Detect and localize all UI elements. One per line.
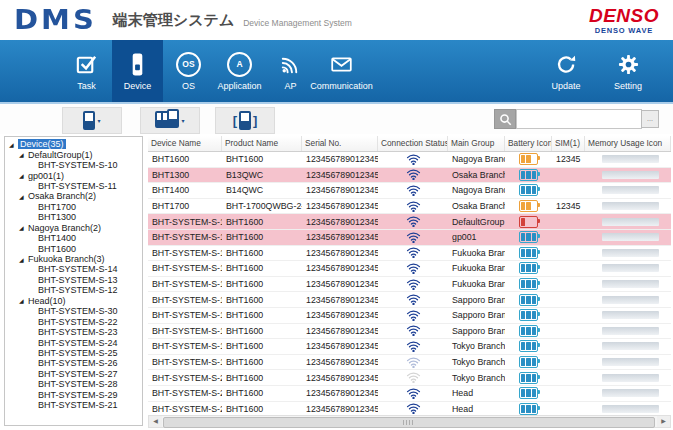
table-header-row: Device NameProduct NameSerial No.Connect… — [148, 136, 671, 152]
table-row[interactable]: BHT1600BHT1600123456789012345Nagoya Bran… — [148, 152, 671, 168]
table-row[interactable]: BHT-SYSTEM-S-13BHT1600123456789012345Fuk… — [148, 261, 671, 277]
tree-item-bht-system-s-24[interactable]: BHT-SYSTEM-S-24 — [5, 337, 142, 347]
tree-expander-icon[interactable]: ◢ — [19, 151, 28, 158]
tree-expander-icon[interactable]: ◢ — [19, 224, 28, 231]
tree-item-bht-system-s-30[interactable]: BHT-SYSTEM-S-30 — [5, 306, 142, 316]
scroll-left-arrow-icon[interactable]: ◀ — [149, 416, 162, 427]
table-row[interactable]: BHT-SYSTEM-S-15BHT1600123456789012345Sap… — [148, 292, 671, 308]
battery-icon — [519, 216, 538, 228]
search-button[interactable] — [494, 109, 516, 129]
tree-item-bht1600[interactable]: BHT1600 — [5, 243, 142, 253]
tree-expander-icon[interactable]: ◢ — [9, 141, 18, 148]
table-row[interactable]: BHT-SYSTEM-S-10BHT1600123456789012345Def… — [148, 214, 671, 230]
tree-item-bht-system-s-28[interactable]: BHT-SYSTEM-S-28 — [5, 379, 142, 389]
tree-item-bht-system-s-11[interactable]: BHT-SYSTEM-S-11 — [5, 181, 142, 191]
table-body: BHT1600BHT1600123456789012345Nagoya Bran… — [148, 152, 671, 415]
column-header-memory[interactable]: Memory Usage Icon — [585, 136, 671, 151]
tree-item-bht-system-s-14[interactable]: BHT-SYSTEM-S-14 — [5, 264, 142, 274]
tree-item-bht-system-s-27[interactable]: BHT-SYSTEM-S-27 — [5, 369, 142, 379]
column-header-battery[interactable]: Battery Icon — [505, 136, 552, 151]
nav-item-update[interactable]: Update — [535, 40, 597, 102]
table-row[interactable]: BHT1300B13QWC123456789012345Osaka Branch — [148, 168, 671, 184]
cell-product: B13QWC — [222, 170, 302, 180]
tree-item-bht-system-s-25[interactable]: BHT-SYSTEM-S-25 — [5, 348, 142, 358]
table-row[interactable]: BHT-SYSTEM-S-20BHT1600123456789012345Tok… — [148, 370, 671, 386]
bracket-right: ] — [253, 114, 257, 127]
tree-item-label: BHT-SYSTEM-S-14 — [38, 264, 118, 274]
tree-item-bht-system-s-21[interactable]: BHT-SYSTEM-S-21 — [5, 400, 142, 410]
tree-item-bht1400[interactable]: BHT1400 — [5, 233, 142, 243]
tree-item-bht-system-s-29[interactable]: BHT-SYSTEM-S-29 — [5, 390, 142, 400]
tree-item-gp001-1-[interactable]: ◢gp001(1) — [5, 170, 142, 180]
tree-item-bht-system-s-23[interactable]: BHT-SYSTEM-S-23 — [5, 327, 142, 337]
memory-usage-bar — [602, 218, 659, 226]
tree-expander-icon[interactable]: ◢ — [19, 172, 28, 179]
cell-battery — [505, 403, 552, 415]
handheld-device-icon — [125, 51, 150, 77]
tree-item-label: BHT-SYSTEM-S-28 — [38, 379, 118, 389]
wifi-connection-icon — [406, 340, 421, 353]
table-row[interactable]: BHT-SYSTEM-S-14BHT1600123456789012345Fuk… — [148, 277, 671, 293]
tree-item-nagoya-branch-2-[interactable]: ◢Nagoya Branch(2) — [5, 223, 142, 233]
nav-item-os[interactable]: OSOS — [163, 40, 214, 102]
column-header-sim[interactable]: SIM(1) — [552, 136, 585, 151]
column-header-device[interactable]: Device Name — [148, 136, 222, 151]
denso-wave-wordmark: DENSO WAVE — [589, 27, 659, 35]
tree-item-defaultgroup-1-[interactable]: ◢DefaultGroup(1) — [5, 149, 142, 159]
device-bracket-button[interactable]: [] — [215, 107, 275, 134]
tree-item-osaka-branch-2-[interactable]: ◢Osaka Branch(2) — [5, 191, 142, 201]
device-menu-button[interactable]: ▾ — [62, 107, 122, 134]
table-row[interactable]: BHT-SYSTEM-S-17BHT1600123456789012345Sap… — [148, 324, 671, 340]
tree-item-device-35-[interactable]: ◢Device(35) — [5, 139, 142, 149]
scroll-right-arrow-icon[interactable]: ▶ — [657, 416, 670, 427]
nav-item-device[interactable]: Device — [112, 40, 163, 102]
tree-expander-icon[interactable]: ◢ — [19, 193, 28, 200]
navbar-right-group: UpdateSetting — [535, 40, 659, 102]
bracket-left: [ — [233, 114, 237, 127]
nav-item-application[interactable]: AApplication — [214, 40, 265, 102]
cell-battery — [505, 247, 552, 259]
column-header-product[interactable]: Product Name — [222, 136, 302, 151]
cell-group: Osaka Branch — [448, 201, 505, 211]
nav-item-communication[interactable]: Communication — [316, 40, 367, 102]
tree-item-bht-system-s-13[interactable]: BHT-SYSTEM-S-13 — [5, 275, 142, 285]
tree-item-label: BHT-SYSTEM-S-30 — [38, 306, 118, 316]
table-row[interactable]: BHT-SYSTEM-S-16BHT1600123456789012345Sap… — [148, 308, 671, 324]
table-row[interactable]: BHT-SYSTEM-S-11BHT1600123456789012345gp0… — [148, 230, 671, 246]
scrollbar-thumb[interactable] — [163, 417, 655, 428]
nav-item-ap[interactable]: AP — [265, 40, 316, 102]
tree-item-bht1700[interactable]: BHT1700 — [5, 202, 142, 212]
cell-memory — [585, 280, 671, 288]
horizontal-scrollbar[interactable]: ◀ ▶ — [148, 415, 671, 428]
table-row[interactable]: BHT-SYSTEM-S-12BHT1600123456789012345Fuk… — [148, 246, 671, 262]
tree-item-bht-system-s-26[interactable]: BHT-SYSTEM-S-26 — [5, 358, 142, 368]
battery-icon — [519, 356, 538, 368]
nav-item-task[interactable]: Task — [61, 40, 112, 102]
table-row[interactable]: BHT-SYSTEM-S-18BHT1600123456789012345Tok… — [148, 339, 671, 355]
battery-icon — [519, 247, 538, 259]
tree-expander-icon[interactable]: ◢ — [19, 297, 28, 304]
column-header-group[interactable]: Main Group — [448, 136, 505, 151]
column-header-serial[interactable]: Serial No. — [302, 136, 378, 151]
table-row[interactable]: BHT1400B14QWC123456789012345Nagoya Branc… — [148, 183, 671, 199]
more-options-button[interactable]: ... — [641, 110, 659, 128]
tree-item-bht-system-s-12[interactable]: BHT-SYSTEM-S-12 — [5, 285, 142, 295]
tree-item-head-10-[interactable]: ◢Head(10) — [5, 296, 142, 306]
cell-device: BHT-SYSTEM-S-22 — [148, 404, 222, 414]
cell-conn — [378, 340, 448, 353]
column-header-conn[interactable]: Connection Status — [378, 136, 448, 151]
nav-item-setting[interactable]: Setting — [597, 40, 659, 102]
tree-item-bht-system-s-10[interactable]: BHT-SYSTEM-S-10 — [5, 160, 142, 170]
search-input[interactable] — [516, 109, 642, 129]
table-row[interactable]: BHT-SYSTEM-S-19BHT1600123456789012345Tok… — [148, 355, 671, 371]
table-row[interactable]: BHT-SYSTEM-S-21BHT1600123456789012345Hea… — [148, 386, 671, 402]
tree-item-bht1300[interactable]: BHT1300 — [5, 212, 142, 222]
tree-expander-icon[interactable]: ◢ — [19, 256, 28, 263]
device-group-menu-button[interactable]: ▾ — [140, 107, 200, 134]
table-row[interactable]: BHT1700BHT-1700QWBG-2-A7123456789012345O… — [148, 199, 671, 215]
table-row[interactable]: BHT-SYSTEM-S-22BHT1600123456789012345Hea… — [148, 402, 671, 416]
cell-conn — [378, 168, 448, 181]
tree-item-bht-system-s-22[interactable]: BHT-SYSTEM-S-22 — [5, 316, 142, 326]
cell-device: BHT1700 — [148, 201, 222, 211]
tree-item-fukuoka-branch-3-[interactable]: ◢Fukuoka Branch(3) — [5, 254, 142, 264]
